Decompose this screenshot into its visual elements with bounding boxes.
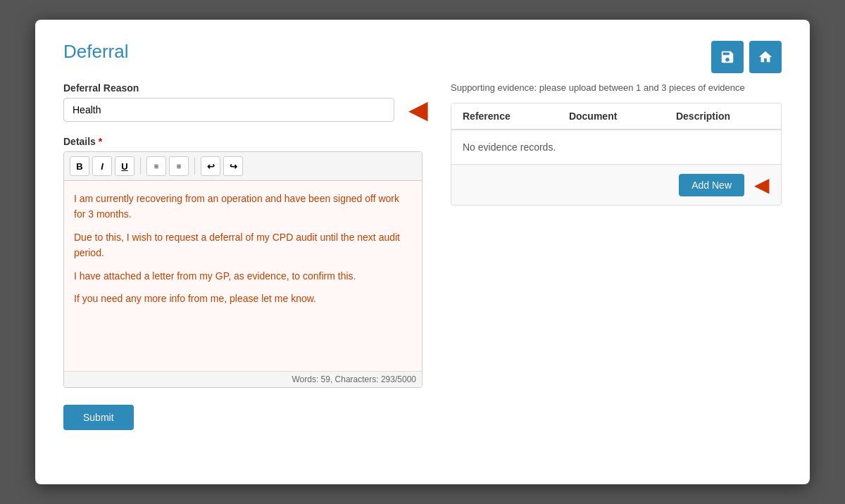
home-icon — [758, 49, 773, 65]
main-window: Deferral Deferral Reason Health Maternit… — [35, 20, 810, 484]
deferral-reason-select[interactable]: Health Maternity/Paternity Personal Circ… — [63, 98, 394, 122]
save-icon — [720, 49, 735, 65]
content-paragraph-2: Due to this, I wish to request a deferra… — [74, 229, 412, 261]
home-button[interactable] — [749, 41, 782, 73]
add-new-arrow-indicator: ◀ — [754, 173, 770, 196]
table-header-row: Reference Document Description — [451, 103, 781, 130]
editor-content[interactable]: I am currently recovering from an operat… — [64, 181, 422, 371]
left-panel: Deferral Reason Health Maternity/Paterni… — [63, 82, 423, 388]
content-paragraph-1: I am currently recovering from an operat… — [74, 191, 412, 222]
deferral-reason-label: Deferral Reason — [63, 82, 423, 94]
evidence-table-body: No evidence records. — [451, 130, 781, 164]
select-wrapper: Health Maternity/Paternity Personal Circ… — [63, 98, 423, 122]
ordered-list-button[interactable]: ≡ — [146, 156, 166, 176]
toolbar-divider-1 — [140, 158, 141, 175]
form-layout: Deferral Reason Health Maternity/Paterni… — [63, 82, 782, 388]
no-records-row: No evidence records. — [451, 130, 781, 164]
supporting-evidence-label: Supporting evidence: please upload betwe… — [451, 82, 782, 93]
page-title: Deferral — [63, 41, 782, 63]
content-paragraph-3: I have attached a letter from my GP, as … — [74, 268, 412, 284]
col-document: Document — [558, 103, 665, 130]
col-reference: Reference — [451, 103, 558, 130]
redo-button[interactable]: ↪ — [223, 156, 243, 176]
italic-button[interactable]: I — [92, 156, 112, 176]
add-new-row: Add New ◀ — [451, 164, 781, 205]
submit-button[interactable]: Submit — [63, 405, 134, 430]
top-buttons — [711, 41, 782, 73]
save-button[interactable] — [711, 41, 744, 73]
undo-button[interactable]: ↩ — [201, 156, 220, 176]
editor-footer: Words: 59, Characters: 293/5000 — [64, 371, 422, 387]
toolbar-divider-2 — [194, 158, 195, 175]
right-panel: Supporting evidence: please upload betwe… — [451, 82, 782, 388]
underline-button[interactable]: U — [115, 156, 134, 176]
no-records-cell: No evidence records. — [451, 130, 781, 164]
evidence-table-head: Reference Document Description — [451, 103, 781, 130]
unordered-list-button[interactable]: ≡ — [169, 156, 189, 176]
editor-toolbar: B I U ≡ ≡ ↩ ↪ — [64, 152, 422, 181]
bold-button[interactable]: B — [70, 156, 89, 176]
required-marker: * — [99, 136, 102, 147]
orange-arrow-left: ◀ — [408, 97, 428, 122]
word-count: Words: 59, Characters: 293/5000 — [292, 374, 416, 384]
col-description: Description — [665, 103, 781, 130]
add-new-button[interactable]: Add New — [679, 174, 744, 196]
evidence-table-wrapper: Reference Document Description No eviden… — [451, 103, 782, 206]
details-label: Details * — [63, 136, 423, 147]
evidence-table: Reference Document Description No eviden… — [451, 103, 781, 164]
editor-container: B I U ≡ ≡ ↩ ↪ I am currently recovering … — [63, 151, 423, 388]
content-paragraph-4: If you need any more info from me, pleas… — [74, 291, 412, 306]
dropdown-arrow-indicator: ◀ — [408, 97, 428, 122]
